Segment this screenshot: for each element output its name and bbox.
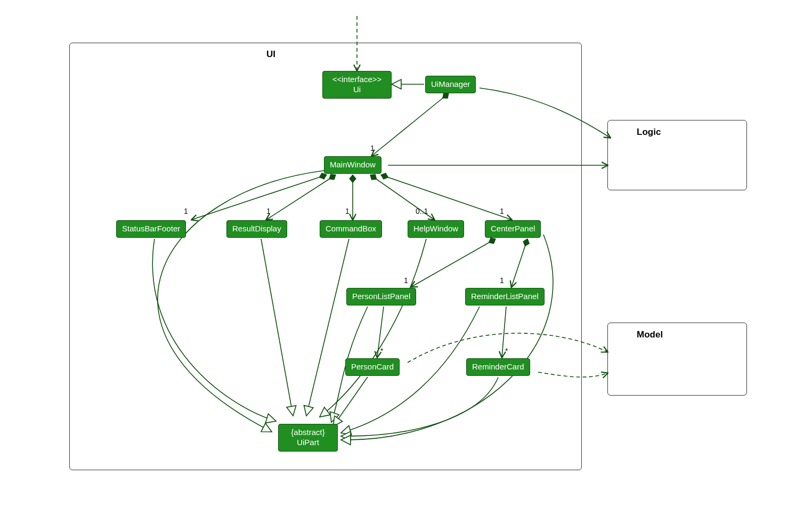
class-name: ReminderListPanel (471, 292, 539, 301)
class-name: Ui (328, 85, 386, 95)
class-reminderlistpanel: ReminderListPanel (465, 288, 545, 305)
class-name: MainWindow (330, 160, 376, 169)
package-model-label: Model (637, 329, 663, 340)
mult-mainwindow: 1 (370, 144, 375, 152)
mult-personcard: * (380, 347, 383, 355)
uml-canvas: Model (dashed) --> Model (dashed) --> UI… (0, 0, 812, 523)
class-helpwindow: HelpWindow (408, 220, 464, 238)
class-name: UiPart (284, 438, 332, 448)
class-uimanager: UiManager (425, 76, 476, 93)
class-personcard: PersonCard (345, 358, 400, 376)
class-resultdisplay: ResultDisplay (226, 220, 287, 238)
mult-centerpanel: 1 (500, 207, 504, 215)
package-ui (69, 43, 582, 470)
stereotype-label: <<interface>> (328, 75, 386, 85)
class-name: PersonListPanel (352, 292, 410, 301)
package-logic (607, 120, 747, 190)
class-name: HelpWindow (413, 224, 458, 233)
package-model (607, 323, 747, 396)
class-name: ReminderCard (472, 362, 524, 371)
mult-personlistpanel: 1 (404, 276, 408, 285)
class-name: CommandBox (326, 224, 376, 233)
package-ui-label: UI (266, 49, 275, 60)
class-name: StatusBarFooter (122, 224, 180, 233)
class-name: UiManager (431, 79, 470, 88)
mult-reminderlistpanel: 1 (500, 276, 504, 285)
class-uipart: {abstract} UiPart (278, 424, 338, 452)
mult-helpwindow: 0..1 (416, 207, 428, 215)
class-ui-interface: <<interface>> Ui (322, 71, 392, 99)
mult-remindercard: * (505, 347, 508, 355)
class-name: CenterPanel (491, 224, 535, 233)
mult-resultdisplay: 1 (266, 207, 271, 215)
stereotype-label: {abstract} (284, 428, 332, 438)
class-personlistpanel: PersonListPanel (346, 288, 416, 305)
class-commandbox: CommandBox (320, 220, 382, 238)
package-logic-label: Logic (637, 127, 661, 138)
mult-commandbox: 1 (345, 207, 350, 215)
class-statusbarfooter: StatusBarFooter (116, 220, 186, 238)
class-mainwindow: MainWindow (324, 156, 381, 174)
class-name: PersonCard (351, 362, 394, 371)
class-remindercard: ReminderCard (466, 358, 530, 376)
mult-statusbar: 1 (184, 207, 188, 215)
class-name: ResultDisplay (232, 224, 281, 233)
class-centerpanel: CenterPanel (485, 220, 541, 238)
